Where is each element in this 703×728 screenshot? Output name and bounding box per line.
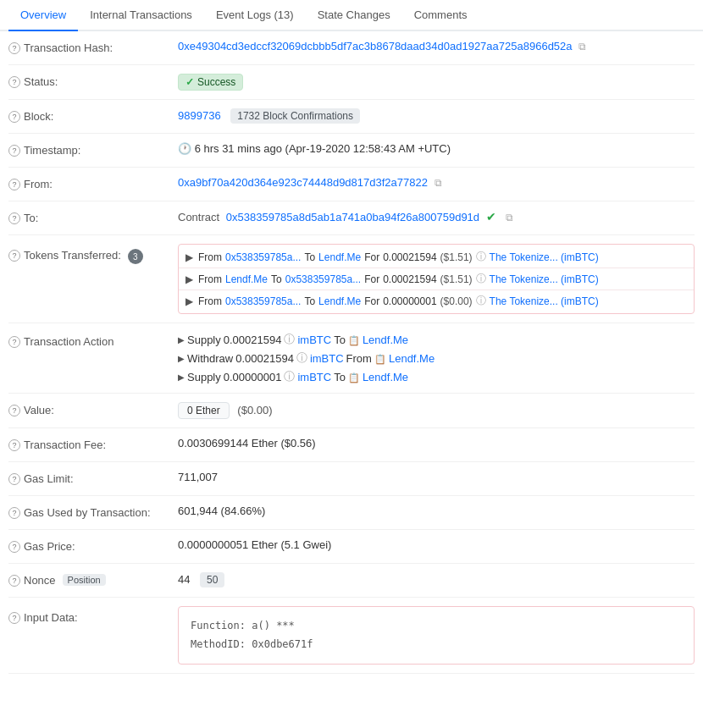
timestamp-label: ? Timestamp:: [8, 142, 178, 157]
action-target-icon-3: 📋: [348, 371, 360, 383]
expand-icon-1[interactable]: ▶: [185, 251, 193, 263]
help-icon-from[interactable]: ?: [8, 179, 20, 190]
tokens-box: ▶ From 0x538359785a... To Lendf.Me For 0…: [178, 244, 695, 314]
expand-icon-3[interactable]: ▶: [185, 295, 193, 307]
action-target-icon-2: 📋: [374, 352, 386, 365]
action-target-3[interactable]: Lendf.Me: [363, 371, 408, 383]
tokens-transferred-label: ? Tokens Transferred: 3: [8, 244, 178, 264]
help-icon-to[interactable]: ?: [8, 212, 20, 224]
tab-state-changes[interactable]: State Changes: [306, 0, 402, 30]
status-value: Success: [178, 74, 695, 91]
token-info-icon-3: ⓘ: [476, 294, 486, 308]
action-amount-2: 0.00021594: [235, 352, 294, 365]
gas-limit-value: 711,007: [178, 471, 695, 483]
gas-used-value: 601,944 (84.66%): [178, 505, 695, 517]
tab-overview[interactable]: Overview: [8, 0, 78, 31]
tokens-count-badge: 3: [128, 249, 143, 264]
help-icon-gas-limit[interactable]: ?: [8, 473, 20, 485]
help-icon-gas-used[interactable]: ?: [8, 507, 20, 519]
token-to-2[interactable]: 0x538359785a...: [285, 273, 361, 285]
help-icon-action[interactable]: ?: [8, 336, 20, 348]
block-row: ? Block: 9899736 1732 Block Confirmation…: [8, 100, 695, 134]
input-data-row: ? Input Data: Function: a() *** MethodID…: [8, 598, 695, 674]
tokens-transferred-value: ▶ From 0x538359785a... To Lendf.Me For 0…: [178, 244, 695, 314]
tab-bar: Overview Internal Transactions Event Log…: [0, 0, 703, 31]
gas-used-label: ? Gas Used by Transaction:: [8, 505, 178, 519]
token-usd-2: ($1.51): [440, 273, 473, 285]
action-token-1[interactable]: imBTC: [297, 334, 331, 346]
block-value: 9899736 1732 Block Confirmations: [178, 108, 695, 124]
action-direction-1: To: [334, 334, 346, 346]
transaction-action-row: ? Transaction Action ▶ Supply 0.00021594…: [8, 323, 695, 394]
gas-price-value: 0.0000000051 Ether (5.1 Gwei): [178, 538, 695, 551]
action-token-icon-3: ⓘ: [284, 369, 295, 384]
tx-hash-link[interactable]: 0xe49304cd3edccf32069dcbbb5df7ac3b8678da…: [178, 40, 573, 52]
timestamp-row: ? Timestamp: 🕐 6 hrs 31 mins ago (Apr-19…: [8, 134, 695, 168]
token-name-1[interactable]: The Tokenize... (imBTC): [490, 251, 599, 263]
gas-price-label: ? Gas Price:: [8, 538, 178, 553]
token-row-3: ▶ From 0x538359785a... To Lendf.Me For 0…: [179, 290, 694, 312]
action-token-3[interactable]: imBTC: [297, 371, 331, 383]
action-amount-1: 0.00021594: [224, 334, 282, 346]
help-icon-status[interactable]: ?: [8, 76, 20, 88]
from-address-link[interactable]: 0xa9bf70a420d364e923c74448d9d817d3f2a778…: [178, 176, 428, 189]
help-icon-tx-hash[interactable]: ?: [8, 42, 20, 54]
help-icon-input[interactable]: ?: [8, 612, 20, 624]
value-label: ? Value:: [8, 402, 178, 416]
status-label: ? Status:: [8, 74, 178, 88]
tab-event-logs[interactable]: Event Logs (13): [204, 0, 306, 30]
action-item-2: ▶ Withdraw 0.00021594 ⓘ imBTC From 📋 Len…: [178, 350, 695, 366]
token-from-2[interactable]: Lendf.Me: [225, 273, 268, 285]
copy-icon-tx-hash[interactable]: ⧉: [578, 41, 586, 52]
action-target-2[interactable]: Lendf.Me: [389, 352, 435, 365]
token-from-3[interactable]: 0x538359785a...: [225, 295, 301, 307]
help-icon-gas-price[interactable]: ?: [8, 541, 20, 553]
help-icon-block[interactable]: ?: [8, 111, 20, 123]
tab-comments[interactable]: Comments: [402, 0, 479, 30]
action-type-3: Supply: [187, 371, 221, 383]
help-icon-value[interactable]: ?: [8, 405, 20, 416]
nonce-value: 44 50: [178, 572, 695, 587]
transaction-hash-row: ? Transaction Hash: 0xe49304cd3edccf3206…: [8, 31, 695, 65]
from-label: ? From:: [8, 176, 178, 190]
token-row-2: ▶ From Lendf.Me To 0x538359785a... For 0…: [179, 267, 694, 290]
help-icon-nonce[interactable]: ?: [8, 575, 20, 587]
contract-prefix: Contract: [178, 211, 219, 223]
value-row: ? Value: 0 Ether ($0.00): [8, 394, 695, 428]
copy-icon-from[interactable]: ⧉: [435, 177, 442, 189]
nonce-label: ? Nonce Position: [8, 572, 178, 587]
action-target-1[interactable]: Lendf.Me: [363, 334, 408, 346]
status-row: ? Status: Success: [8, 65, 695, 100]
token-to-3[interactable]: Lendf.Me: [318, 295, 361, 307]
input-data-line2: MethodID: 0x0dbe671f: [191, 636, 682, 654]
transaction-fee-row: ? Transaction Fee: 0.0030699144 Ether ($…: [8, 428, 695, 462]
status-badge: Success: [178, 74, 243, 91]
to-address-link[interactable]: 0x538359785a8d5ab1a741a0ba94f26a800759d9…: [226, 211, 479, 223]
action-item-1: ▶ Supply 0.00021594 ⓘ imBTC To 📋 Lendf.M…: [178, 332, 695, 347]
tab-internal-transactions[interactable]: Internal Transactions: [78, 0, 204, 30]
help-icon-fee[interactable]: ?: [8, 439, 20, 451]
overview-content: ? Transaction Hash: 0xe49304cd3edccf3206…: [0, 31, 703, 674]
nonce-row: ? Nonce Position 44 50: [8, 564, 695, 598]
copy-icon-to[interactable]: ⧉: [506, 212, 513, 223]
token-from-1[interactable]: 0x538359785a...: [225, 251, 301, 263]
token-info-icon-1: ⓘ: [476, 250, 486, 264]
action-amount-3: 0.00000001: [224, 371, 282, 383]
help-icon-timestamp[interactable]: ?: [8, 145, 20, 157]
block-number-link[interactable]: 9899736: [178, 109, 221, 122]
transaction-hash-label: ? Transaction Hash:: [8, 40, 178, 54]
gas-used-row: ? Gas Used by Transaction: 601,944 (84.6…: [8, 496, 695, 530]
expand-icon-2[interactable]: ▶: [185, 273, 193, 285]
action-token-2[interactable]: imBTC: [310, 352, 344, 365]
input-data-value: Function: a() *** MethodID: 0x0dbe671f: [178, 606, 695, 665]
tabs-container: Overview Internal Transactions Event Log…: [0, 0, 703, 31]
action-type-1: Supply: [187, 334, 221, 346]
token-to-1[interactable]: Lendf.Me: [318, 251, 361, 263]
token-name-2[interactable]: The Tokenize... (imBTC): [490, 273, 599, 285]
token-name-3[interactable]: The Tokenize... (imBTC): [490, 295, 599, 307]
token-amount-3: 0.00000001: [383, 295, 436, 307]
action-token-icon-1: ⓘ: [284, 332, 295, 347]
action-token-icon-2: ⓘ: [296, 350, 307, 366]
help-icon-tokens[interactable]: ?: [8, 250, 20, 262]
gas-price-row: ? Gas Price: 0.0000000051 Ether (5.1 Gwe…: [8, 530, 695, 564]
